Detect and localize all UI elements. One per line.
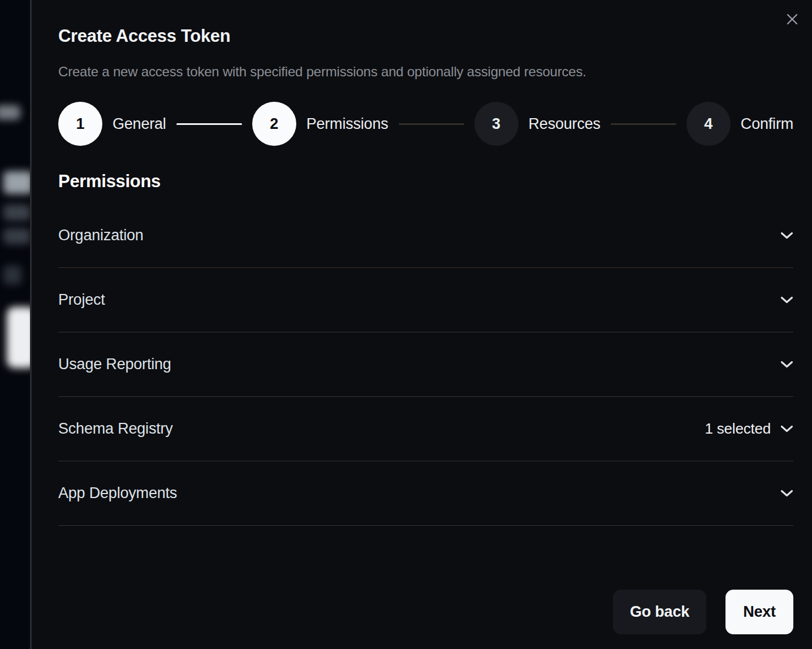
step-connector <box>399 123 464 125</box>
stepper: 1 General 2 Permissions 3 Resources 4 Co… <box>58 102 793 146</box>
modal-subtitle: Create a new access token with specified… <box>58 64 793 80</box>
background-page-sliver <box>0 0 30 649</box>
permissions-section-heading: Permissions <box>58 171 793 192</box>
create-access-token-modal: Create Access Token Create a new access … <box>32 0 812 649</box>
step-number: 2 <box>252 102 296 146</box>
accordion-label: Schema Registry <box>58 420 173 438</box>
next-button[interactable]: Next <box>725 590 793 634</box>
blurred-background-text <box>3 171 30 194</box>
step-permissions[interactable]: 2 Permissions <box>252 102 388 146</box>
step-label: Resources <box>529 115 601 133</box>
modal-title: Create Access Token <box>58 26 793 46</box>
step-general[interactable]: 1 General <box>58 102 166 146</box>
blurred-background-text <box>0 105 20 120</box>
accordion-row-app-deployments[interactable]: App Deployments <box>58 461 793 526</box>
accordion-row-usage-reporting[interactable]: Usage Reporting <box>58 332 793 397</box>
accordion-row-schema-registry[interactable]: Schema Registry 1 selected <box>58 397 793 461</box>
step-confirm[interactable]: 4 Confirm <box>686 102 793 146</box>
close-icon <box>785 12 799 28</box>
blurred-background-icon <box>3 266 21 284</box>
selected-count: 1 selected <box>705 420 771 438</box>
chevron-down-icon <box>780 490 793 497</box>
step-number: 4 <box>686 102 731 146</box>
step-resources[interactable]: 3 Resources <box>474 102 601 146</box>
blurred-background-text <box>3 228 30 244</box>
accordion-label: Project <box>58 291 105 309</box>
step-connector <box>611 123 676 125</box>
chevron-down-icon <box>780 361 793 368</box>
step-connector <box>176 123 242 125</box>
chevron-down-icon <box>780 232 793 239</box>
permission-groups-list: Organization Project Usage Reporting <box>58 204 793 526</box>
accordion-label: App Deployments <box>58 484 177 502</box>
step-number: 1 <box>58 102 102 146</box>
go-back-button[interactable]: Go back <box>613 590 706 634</box>
blurred-background-text <box>3 205 30 220</box>
step-label: Confirm <box>741 115 793 133</box>
step-number: 3 <box>474 102 519 146</box>
blurred-background-card <box>7 307 30 368</box>
step-label: General <box>113 115 166 133</box>
accordion-label: Usage Reporting <box>58 356 171 373</box>
accordion-row-project[interactable]: Project <box>58 268 793 332</box>
step-label: Permissions <box>306 115 388 133</box>
close-button[interactable] <box>784 12 800 28</box>
chevron-down-icon <box>780 296 793 304</box>
chevron-down-icon <box>780 425 793 432</box>
accordion-row-organization[interactable]: Organization <box>58 204 793 268</box>
modal-footer: Go back Next <box>58 590 793 634</box>
accordion-label: Organization <box>58 227 144 244</box>
